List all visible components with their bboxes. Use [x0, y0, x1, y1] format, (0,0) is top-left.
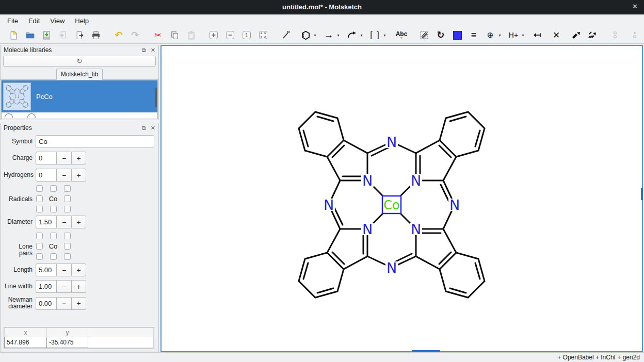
hydrogen-tool-dropdown[interactable]: ▾ [520, 29, 526, 41]
list-item-pcco[interactable]: PcCo [2, 80, 157, 112]
hash-bond-button[interactable] [586, 29, 599, 41]
delete-tool-button[interactable]: ✕ [550, 29, 562, 41]
copy-button[interactable] [168, 29, 181, 41]
open-file-button[interactable] [24, 29, 36, 41]
zoom-out-button[interactable] [224, 29, 236, 41]
text-tool-button[interactable]: Abc ▼ [395, 29, 408, 41]
panel-float-icon[interactable]: ⧉ [142, 125, 146, 131]
rotate-tool-button[interactable]: ↻ [434, 29, 447, 41]
lone-pair-vertical-icon [611, 30, 619, 40]
canvas-horizontal-scrollbar[interactable] [412, 350, 440, 352]
panel-close-icon[interactable]: ✕ [151, 125, 155, 131]
canvas-vertical-scrollbar[interactable] [641, 188, 643, 200]
arrow-tool-dropdown[interactable]: ▾ [335, 29, 342, 41]
library-list[interactable]: PcCo [1, 80, 158, 119]
diameter-decrement-button[interactable]: − [56, 216, 71, 228]
zoom-original-button[interactable]: 1 [240, 29, 253, 41]
color-picker-button[interactable] [451, 29, 463, 41]
print-button[interactable] [90, 29, 102, 41]
radical-checkbox[interactable] [36, 185, 43, 192]
charge-value[interactable] [36, 152, 56, 164]
menu-view[interactable]: View [45, 15, 70, 26]
charge-decrement-button[interactable]: − [56, 152, 71, 164]
coord-cell-y[interactable]: -35.4075 [47, 337, 88, 348]
mechanism-arrow-button[interactable] [346, 29, 358, 41]
diameter-value[interactable] [36, 216, 56, 228]
radical-checkbox[interactable] [64, 206, 71, 212]
paste-button[interactable] [185, 29, 197, 41]
library-scrollbar[interactable] [155, 88, 157, 107]
lone-pair-checkbox[interactable] [64, 233, 71, 239]
diameter-increment-button[interactable]: + [71, 216, 86, 228]
import-button[interactable] [57, 29, 69, 41]
lone-pair-checkbox[interactable] [50, 253, 57, 260]
svg-text:1: 1 [245, 32, 248, 38]
panel-close-icon[interactable]: ✕ [151, 47, 155, 54]
radical-checkbox[interactable] [64, 195, 71, 202]
line-width-button[interactable]: ≡ [468, 29, 480, 41]
ring-tool-button[interactable] [299, 29, 312, 41]
zoom-fit-button[interactable] [257, 29, 269, 41]
redo-button[interactable]: ↷ [129, 29, 141, 41]
lone-pair-checkbox[interactable] [36, 233, 43, 239]
newman-diameter-value[interactable] [36, 297, 56, 310]
lone-pair-checkbox[interactable] [36, 253, 43, 260]
length-increment-button[interactable]: + [71, 264, 86, 276]
window-close-button[interactable]: ✕ [632, 3, 638, 10]
menu-file[interactable]: File [2, 15, 23, 26]
coord-header-y[interactable]: y [47, 328, 88, 337]
lone-pair-checkbox[interactable] [64, 253, 71, 260]
bracket-tool-button[interactable]: [ ] [369, 29, 381, 41]
panel-float-icon[interactable]: ⧉ [142, 47, 146, 54]
menu-edit[interactable]: Edit [23, 15, 45, 26]
radical-checkbox[interactable] [50, 206, 57, 212]
charge-tool-button[interactable]: ⊕ [484, 29, 496, 41]
molecule-drawing[interactable] [288, 102, 495, 310]
connect-tool-button[interactable] [530, 29, 543, 41]
drawing-canvas[interactable] [160, 45, 643, 352]
undo-button[interactable]: ↶ [112, 29, 125, 41]
coord-header-x[interactable]: x [5, 328, 47, 337]
menu-help[interactable]: Help [70, 15, 94, 26]
line-width-increment-button[interactable]: + [71, 280, 86, 293]
export-button[interactable] [73, 29, 86, 41]
line-width-value[interactable] [36, 280, 56, 293]
hydrogens-decrement-button[interactable]: − [56, 169, 71, 182]
lone-pair-vertical-button[interactable] [609, 29, 621, 41]
cut-button[interactable]: ✂ [152, 29, 164, 41]
newman-decrement-button[interactable]: − [56, 297, 71, 310]
radical-electron-button[interactable] [629, 29, 641, 41]
hydrogens-increment-button[interactable]: + [71, 169, 86, 182]
diameter-spinbox: − + [36, 216, 86, 228]
radical-checkbox[interactable] [36, 195, 43, 202]
zoom-in-button[interactable] [207, 29, 220, 41]
arrow-tool-button[interactable]: → [323, 29, 335, 41]
selection-tool-button[interactable] [418, 29, 430, 41]
tab-molsketch-lib[interactable]: Molsketch_lib [56, 69, 103, 80]
radical-checkbox[interactable] [36, 206, 43, 212]
hydrogens-value[interactable] [36, 169, 56, 182]
radical-checkbox[interactable] [50, 185, 57, 192]
list-item-partial[interactable] [2, 112, 157, 118]
save-button[interactable] [40, 29, 53, 41]
coord-cell-x[interactable]: 547.896 [5, 337, 47, 348]
ring-tool-dropdown[interactable]: ▾ [312, 29, 318, 41]
bracket-tool-dropdown[interactable]: ▾ [381, 29, 388, 41]
hydrogen-tool-button[interactable]: H+ [507, 29, 520, 41]
charge-tool-dropdown[interactable]: ▾ [496, 29, 503, 41]
length-decrement-button[interactable]: − [56, 264, 71, 276]
radical-checkbox[interactable] [64, 185, 71, 192]
newman-increment-button[interactable]: + [71, 297, 86, 310]
mechanism-arrow-dropdown[interactable]: ▾ [358, 29, 365, 41]
line-width-decrement-button[interactable]: − [56, 280, 71, 293]
lone-pair-checkbox[interactable] [64, 243, 71, 250]
lone-pair-checkbox[interactable] [36, 243, 43, 250]
library-refresh-button[interactable]: ↻ [3, 56, 156, 67]
wedge-bond-button[interactable] [570, 29, 582, 41]
charge-increment-button[interactable]: + [71, 152, 86, 164]
new-file-button[interactable] [7, 29, 20, 41]
lone-pair-checkbox[interactable] [50, 233, 57, 239]
length-value[interactable] [36, 264, 56, 276]
draw-tool-button[interactable] [280, 29, 292, 41]
symbol-input[interactable] [36, 135, 154, 148]
